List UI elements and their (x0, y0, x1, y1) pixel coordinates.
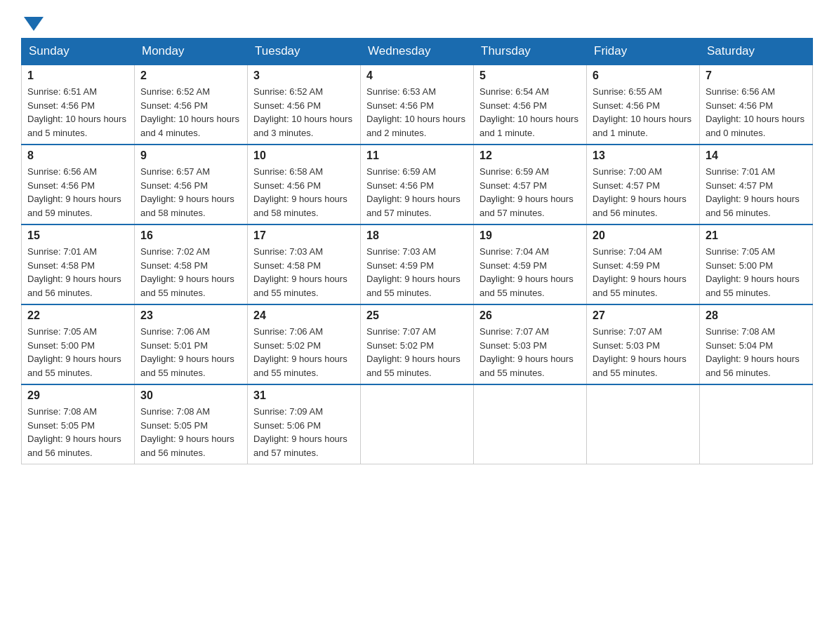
day-info: Sunrise: 6:56 AM Sunset: 4:56 PM Dayligh… (27, 165, 128, 220)
day-number: 9 (140, 149, 241, 162)
column-header-tuesday: Tuesday (248, 39, 361, 65)
calendar-cell: 19 Sunrise: 7:04 AM Sunset: 4:59 PM Dayl… (474, 224, 587, 304)
day-number: 6 (593, 69, 694, 82)
calendar-cell: 5 Sunrise: 6:54 AM Sunset: 4:56 PM Dayli… (474, 65, 587, 145)
day-number: 11 (366, 149, 468, 162)
day-number: 27 (593, 309, 694, 322)
day-number: 5 (479, 69, 581, 82)
day-info: Sunrise: 6:53 AM Sunset: 4:56 PM Dayligh… (366, 85, 468, 140)
calendar-cell (361, 384, 474, 464)
day-number: 19 (479, 229, 581, 242)
calendar-cell: 22 Sunrise: 7:05 AM Sunset: 5:00 PM Dayl… (22, 304, 135, 384)
calendar-cell (474, 384, 587, 464)
day-number: 21 (706, 229, 807, 242)
day-info: Sunrise: 7:03 AM Sunset: 4:59 PM Dayligh… (366, 245, 468, 300)
day-info: Sunrise: 7:08 AM Sunset: 5:05 PM Dayligh… (27, 405, 128, 459)
calendar-cell: 30 Sunrise: 7:08 AM Sunset: 5:05 PM Dayl… (135, 384, 248, 464)
day-number: 23 (140, 309, 241, 322)
calendar-cell: 20 Sunrise: 7:04 AM Sunset: 4:59 PM Dayl… (587, 224, 700, 304)
calendar-week-row: 29 Sunrise: 7:08 AM Sunset: 5:05 PM Dayl… (22, 384, 813, 464)
day-number: 17 (253, 229, 355, 242)
calendar-cell: 21 Sunrise: 7:05 AM Sunset: 5:00 PM Dayl… (700, 224, 813, 304)
day-number: 2 (140, 69, 241, 82)
calendar-cell: 29 Sunrise: 7:08 AM Sunset: 5:05 PM Dayl… (22, 384, 135, 464)
day-info: Sunrise: 6:54 AM Sunset: 4:56 PM Dayligh… (479, 85, 581, 140)
calendar-cell: 2 Sunrise: 6:52 AM Sunset: 4:56 PM Dayli… (135, 65, 248, 145)
day-info: Sunrise: 6:57 AM Sunset: 4:56 PM Dayligh… (140, 165, 241, 220)
day-number: 30 (140, 389, 241, 402)
logo-triangle-icon (24, 17, 44, 31)
day-number: 18 (366, 229, 468, 242)
column-header-wednesday: Wednesday (361, 39, 474, 65)
day-info: Sunrise: 7:07 AM Sunset: 5:02 PM Dayligh… (366, 325, 468, 380)
day-number: 7 (706, 69, 807, 82)
calendar-cell: 31 Sunrise: 7:09 AM Sunset: 5:06 PM Dayl… (248, 384, 361, 464)
day-info: Sunrise: 6:58 AM Sunset: 4:56 PM Dayligh… (253, 165, 355, 220)
day-info: Sunrise: 6:56 AM Sunset: 4:56 PM Dayligh… (706, 85, 807, 140)
day-info: Sunrise: 7:04 AM Sunset: 4:59 PM Dayligh… (593, 245, 694, 300)
calendar-week-row: 1 Sunrise: 6:51 AM Sunset: 4:56 PM Dayli… (22, 65, 813, 145)
calendar-cell: 24 Sunrise: 7:06 AM Sunset: 5:02 PM Dayl… (248, 304, 361, 384)
day-number: 15 (27, 229, 128, 242)
day-info: Sunrise: 7:09 AM Sunset: 5:06 PM Dayligh… (253, 405, 355, 459)
day-info: Sunrise: 6:59 AM Sunset: 4:56 PM Dayligh… (366, 165, 468, 220)
day-info: Sunrise: 7:01 AM Sunset: 4:57 PM Dayligh… (706, 165, 807, 220)
day-info: Sunrise: 7:03 AM Sunset: 4:58 PM Dayligh… (253, 245, 355, 300)
day-number: 8 (27, 149, 128, 162)
calendar-cell: 12 Sunrise: 6:59 AM Sunset: 4:57 PM Dayl… (474, 145, 587, 224)
day-info: Sunrise: 7:07 AM Sunset: 5:03 PM Dayligh… (593, 325, 694, 380)
calendar-cell: 1 Sunrise: 6:51 AM Sunset: 4:56 PM Dayli… (22, 65, 135, 145)
column-header-sunday: Sunday (22, 39, 135, 65)
calendar-cell: 6 Sunrise: 6:55 AM Sunset: 4:56 PM Dayli… (587, 65, 700, 145)
calendar-cell (700, 384, 813, 464)
day-info: Sunrise: 7:00 AM Sunset: 4:57 PM Dayligh… (593, 165, 694, 220)
day-info: Sunrise: 6:55 AM Sunset: 4:56 PM Dayligh… (593, 85, 694, 140)
calendar-cell: 7 Sunrise: 6:56 AM Sunset: 4:56 PM Dayli… (700, 65, 813, 145)
day-number: 12 (479, 149, 581, 162)
calendar-cell: 16 Sunrise: 7:02 AM Sunset: 4:58 PM Dayl… (135, 224, 248, 304)
calendar-cell: 13 Sunrise: 7:00 AM Sunset: 4:57 PM Dayl… (587, 145, 700, 224)
calendar-cell: 14 Sunrise: 7:01 AM Sunset: 4:57 PM Dayl… (700, 145, 813, 224)
day-info: Sunrise: 6:59 AM Sunset: 4:57 PM Dayligh… (479, 165, 581, 220)
calendar-cell: 9 Sunrise: 6:57 AM Sunset: 4:56 PM Dayli… (135, 145, 248, 224)
day-number: 14 (706, 149, 807, 162)
calendar-cell: 17 Sunrise: 7:03 AM Sunset: 4:58 PM Dayl… (248, 224, 361, 304)
logo-general-text (21, 14, 44, 31)
day-info: Sunrise: 7:07 AM Sunset: 5:03 PM Dayligh… (479, 325, 581, 380)
day-info: Sunrise: 7:04 AM Sunset: 4:59 PM Dayligh… (479, 245, 581, 300)
day-number: 16 (140, 229, 241, 242)
day-number: 26 (479, 309, 581, 322)
calendar-week-row: 15 Sunrise: 7:01 AM Sunset: 4:58 PM Dayl… (22, 224, 813, 304)
logo (21, 14, 44, 31)
calendar-table: SundayMondayTuesdayWednesdayThursdayFrid… (21, 38, 813, 464)
day-number: 25 (366, 309, 468, 322)
calendar-week-row: 8 Sunrise: 6:56 AM Sunset: 4:56 PM Dayli… (22, 145, 813, 224)
day-number: 13 (593, 149, 694, 162)
day-info: Sunrise: 7:05 AM Sunset: 5:00 PM Dayligh… (27, 325, 128, 380)
day-number: 3 (253, 69, 355, 82)
day-info: Sunrise: 7:06 AM Sunset: 5:02 PM Dayligh… (253, 325, 355, 380)
day-number: 24 (253, 309, 355, 322)
column-header-monday: Monday (135, 39, 248, 65)
day-number: 10 (253, 149, 355, 162)
day-info: Sunrise: 6:51 AM Sunset: 4:56 PM Dayligh… (27, 85, 128, 140)
day-info: Sunrise: 7:05 AM Sunset: 5:00 PM Dayligh… (706, 245, 807, 300)
calendar-cell: 15 Sunrise: 7:01 AM Sunset: 4:58 PM Dayl… (22, 224, 135, 304)
column-header-friday: Friday (587, 39, 700, 65)
day-number: 1 (27, 69, 128, 82)
day-info: Sunrise: 7:08 AM Sunset: 5:05 PM Dayligh… (140, 405, 241, 459)
column-header-thursday: Thursday (474, 39, 587, 65)
calendar-cell: 10 Sunrise: 6:58 AM Sunset: 4:56 PM Dayl… (248, 145, 361, 224)
day-number: 29 (27, 389, 128, 402)
calendar-cell: 28 Sunrise: 7:08 AM Sunset: 5:04 PM Dayl… (700, 304, 813, 384)
calendar-week-row: 22 Sunrise: 7:05 AM Sunset: 5:00 PM Dayl… (22, 304, 813, 384)
calendar-cell: 18 Sunrise: 7:03 AM Sunset: 4:59 PM Dayl… (361, 224, 474, 304)
day-number: 4 (366, 69, 468, 82)
column-header-saturday: Saturday (700, 39, 813, 65)
day-info: Sunrise: 7:01 AM Sunset: 4:58 PM Dayligh… (27, 245, 128, 300)
day-info: Sunrise: 6:52 AM Sunset: 4:56 PM Dayligh… (140, 85, 241, 140)
calendar-cell: 23 Sunrise: 7:06 AM Sunset: 5:01 PM Dayl… (135, 304, 248, 384)
day-info: Sunrise: 6:52 AM Sunset: 4:56 PM Dayligh… (253, 85, 355, 140)
calendar-cell: 25 Sunrise: 7:07 AM Sunset: 5:02 PM Dayl… (361, 304, 474, 384)
day-number: 31 (253, 389, 355, 402)
